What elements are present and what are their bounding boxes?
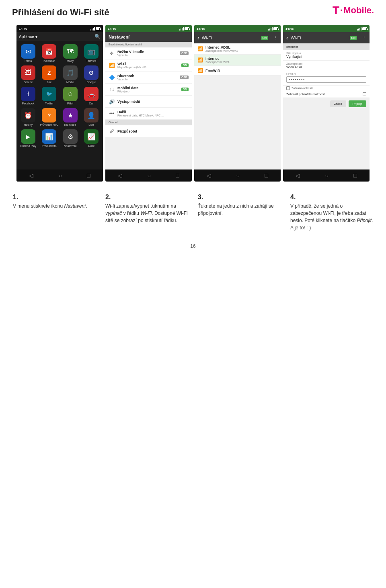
app-icon-nastaveni: ⚙ (63, 129, 78, 144)
screen-apps: 14:46 Aplikace ▾ 🔍 ✉ Pošta 📅 Kalendář � (16, 25, 103, 182)
settings-item-media-output[interactable]: 🔊 Výstup médií (105, 96, 192, 108)
signal-strength-item: Síla signálu Vynikající (283, 50, 370, 61)
wifi-icon: 📶 (109, 63, 115, 68)
list-item[interactable]: 🖼 Galerie (18, 64, 38, 84)
list-item[interactable]: 📈 Akcie (81, 128, 101, 148)
app-icon-akcie: 📈 (84, 129, 99, 144)
search-icon[interactable]: 🔍 (94, 34, 101, 39)
advanced-checkbox[interactable] (363, 92, 366, 96)
home-button[interactable]: ○ (236, 172, 240, 179)
wifi-item-internet-vdsl[interactable]: 📶 Internet_VDSL Zabezpečení: WPA/WPA2 (194, 43, 281, 55)
media-output-icon: 🔊 (109, 99, 115, 104)
app-icon-car: 🚗 (84, 87, 99, 101)
home-button[interactable]: ○ (325, 172, 329, 179)
list-item[interactable]: ★ Kid Mode (60, 106, 80, 127)
wifi-item-freewifi[interactable]: 📶 FreeWifi (194, 66, 281, 76)
list-item[interactable]: ⚙ Nastavení (60, 128, 80, 148)
back-arrow[interactable]: ‹ (197, 35, 199, 41)
settings-section-wireless: Bezdrátové připojení a sítě (105, 42, 192, 47)
back-button[interactable]: ◁ (29, 172, 33, 179)
app-icon-hodiny: ⏰ (21, 108, 35, 122)
wifi-toggle[interactable]: ON (181, 63, 189, 67)
status-bar-3: 14:46 (194, 25, 281, 32)
settings-item-customize[interactable]: 🖊 Přizpůsobit (105, 125, 192, 137)
wifi-list-header: ‹ Wi-Fi ON ⋮ (194, 32, 281, 43)
list-item[interactable]: 🗺 Mapy (60, 43, 80, 63)
settings-item-airplane[interactable]: ✈ Režim V letadle Vypnuto OFF (105, 47, 192, 59)
wifi-detail-section: Síla signálu Vynikající Zabezpečení WPA … (283, 50, 370, 98)
list-item[interactable]: Z Zoe (39, 64, 59, 84)
signal-icon (268, 27, 273, 31)
wifi-signal-icon: 📶 (197, 68, 203, 73)
signal-icon (90, 27, 95, 31)
wifi-signal-icon: 📶 (197, 46, 203, 51)
screen-settings: 14:46 Nastavení Bezdrátové připojení a s… (105, 25, 192, 182)
battery-icon (185, 27, 189, 30)
app-icon-pruvodce: ? (42, 108, 56, 122)
list-item[interactable]: G Google (81, 64, 101, 84)
recents-button[interactable]: □ (176, 172, 179, 179)
app-icon-twitter: 🐦 (42, 87, 56, 101)
airplane-toggle[interactable]: OFF (180, 51, 189, 55)
app-icon-mapy: 🗺 (63, 44, 78, 59)
action-buttons: Zrušit Připojit (283, 98, 370, 110)
bluetooth-toggle[interactable]: OFF (180, 76, 189, 79)
wifi-detail-toggle[interactable]: ON (350, 36, 357, 40)
home-button[interactable]: ○ (59, 172, 62, 179)
settings-item-wifi[interactable]: 📶 Wi-Fi Klepněte pro výběr sítě ON (105, 59, 192, 71)
app-icon-facebook: f (21, 87, 35, 101)
app-icon-produktivita: 📊 (42, 129, 56, 144)
status-bar-4: 14:46 (283, 25, 370, 32)
list-item[interactable]: 🐦 Twitter (39, 85, 59, 106)
back-arrow[interactable]: ‹ (286, 35, 288, 41)
wifi-list-toggle[interactable]: ON (261, 36, 269, 40)
recents-button[interactable]: □ (265, 172, 268, 179)
list-item[interactable]: f Facebook (18, 85, 38, 106)
customize-icon: 🖊 (109, 129, 115, 134)
list-item[interactable]: ▶ Obchod Play (18, 128, 38, 148)
back-button[interactable]: ◁ (296, 172, 300, 179)
status-bar-1: 14:46 (16, 25, 103, 32)
app-icon-kidmode: ★ (63, 108, 78, 122)
connect-button[interactable]: Připojit (349, 100, 366, 107)
list-item[interactable]: 📊 Produktivita (39, 128, 59, 148)
more-icon: ••• (109, 111, 115, 116)
battery-icon (96, 27, 101, 30)
list-item[interactable]: ✉ Pošta (18, 43, 38, 63)
wifi-item-internet[interactable]: 📶 Internet Zabezpečení: WPA (194, 55, 281, 66)
mobile-data-toggle[interactable]: ON (181, 88, 189, 91)
app-icon-kalendar: 📅 (42, 44, 56, 59)
list-item[interactable]: 📺 Televize (81, 43, 101, 63)
settings-item-mobile-data[interactable]: ↑↓ Mobilní data Připojeno ON (105, 84, 192, 96)
page-number: 16 (0, 235, 386, 253)
show-password-row[interactable]: Zobrazovat heslo (283, 86, 370, 91)
heslo-field[interactable]: •••••••• (286, 76, 366, 83)
show-password-checkbox[interactable] (286, 86, 290, 90)
list-item[interactable]: 👤 Lidé (81, 106, 101, 127)
recents-button[interactable]: □ (87, 172, 90, 179)
home-button[interactable]: ○ (148, 172, 151, 179)
security-item: Zabezpečení WPA PSK (283, 61, 370, 71)
app-icon-lide: 👤 (84, 108, 99, 122)
list-item[interactable]: ? Průvodce HTC (39, 106, 59, 127)
more-menu[interactable]: ⋮ (273, 35, 277, 41)
step-4: 4. V případě, že se jedná o zabezpečenou… (285, 194, 378, 231)
more-menu[interactable]: ⋮ (362, 35, 366, 41)
app-icon-media: 🎵 (63, 65, 78, 80)
advanced-options-row[interactable]: Zobrazit pokročilé možnosti (283, 91, 370, 98)
mobile-data-icon: ↑↓ (109, 87, 115, 92)
list-item[interactable]: 🎵 Média (60, 64, 80, 84)
list-item[interactable]: 📅 Kalendář (39, 43, 59, 63)
recents-button[interactable]: □ (353, 172, 357, 179)
signal-icon (179, 27, 184, 31)
settings-item-bluetooth[interactable]: 🔷 Bluetooth Vypnuto OFF (105, 71, 192, 84)
cancel-button[interactable]: Zrušit (330, 100, 346, 107)
list-item[interactable]: 🚗 Car (81, 85, 101, 106)
list-item[interactable]: ⬡ Fitbit (60, 85, 80, 106)
back-button[interactable]: ◁ (118, 172, 122, 179)
settings-item-more[interactable]: ••• Další Přenesená data, HTC Mine+, NFC… (105, 108, 192, 120)
back-button[interactable]: ◁ (207, 172, 211, 179)
list-item[interactable]: ⏰ Hodiny (18, 106, 38, 127)
battery-icon (273, 27, 278, 30)
app-icon-fitbit: ⬡ (63, 87, 78, 101)
